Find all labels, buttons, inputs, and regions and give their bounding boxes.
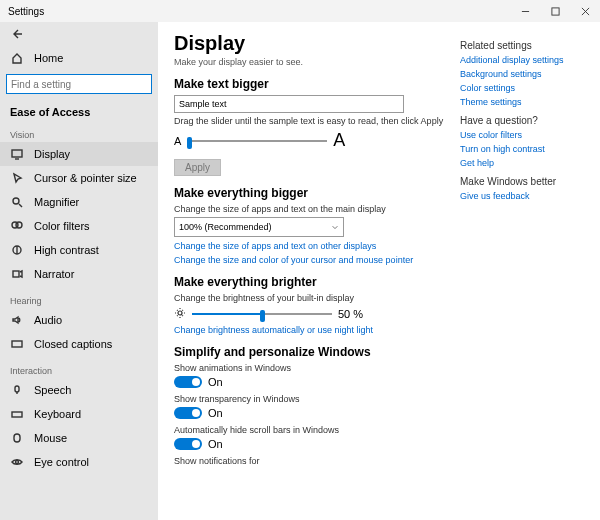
- back-icon: [10, 28, 24, 40]
- sidebar-item-eyecontrol[interactable]: Eye control: [0, 450, 158, 474]
- text-size-slider[interactable]: [187, 134, 327, 148]
- sidebar-item-closedcaptions[interactable]: Closed captions: [0, 332, 158, 356]
- anim-label: Show animations in Windows: [174, 363, 446, 373]
- other-displays-link[interactable]: Change the size of apps and text on othe…: [174, 241, 446, 251]
- sidebar-item-mouse[interactable]: Mouse: [0, 426, 158, 450]
- sidebar-item-colorfilters[interactable]: Color filters: [0, 214, 158, 238]
- svg-rect-7: [12, 341, 22, 347]
- page-subtitle: Make your display easier to see.: [174, 57, 446, 67]
- closedcaptions-icon: [10, 338, 24, 350]
- sun-icon: [174, 307, 186, 321]
- narrator-icon: [10, 268, 24, 280]
- sidebar-item-speech[interactable]: Speech: [0, 378, 158, 402]
- sidebar-item-keyboard[interactable]: Keyboard: [0, 402, 158, 426]
- apply-button[interactable]: Apply: [174, 159, 221, 176]
- evbigger-heading: Make everything bigger: [174, 186, 446, 200]
- minimize-button[interactable]: [510, 0, 540, 22]
- display-icon: [10, 148, 24, 160]
- search-input[interactable]: [6, 74, 152, 94]
- sample-text-input[interactable]: [174, 95, 404, 113]
- notif-label: Show notifications for: [174, 456, 446, 466]
- maximize-button[interactable]: [540, 0, 570, 22]
- home-label: Home: [34, 52, 63, 64]
- textbigger-hint: Drag the slider until the sample text is…: [174, 116, 446, 126]
- keyboard-icon: [10, 408, 24, 420]
- svg-point-4: [16, 222, 22, 228]
- related-link[interactable]: Additional display settings: [460, 55, 590, 65]
- cursor-icon: [10, 172, 24, 184]
- small-a-label: A: [174, 135, 181, 147]
- big-a-label: A: [333, 130, 345, 151]
- trans-toggle[interactable]: [174, 407, 202, 419]
- scroll-label: Automatically hide scroll bars in Window…: [174, 425, 446, 435]
- anim-toggle[interactable]: [174, 376, 202, 388]
- sidebar-item-highcontrast[interactable]: High contrast: [0, 238, 158, 262]
- page-title: Display: [174, 32, 446, 55]
- svg-rect-1: [12, 150, 22, 157]
- eye-icon: [10, 456, 24, 468]
- back-button[interactable]: [0, 22, 158, 46]
- sidebar-item-display[interactable]: Display: [0, 142, 158, 166]
- content-pane: Display Make your display easier to see.…: [158, 22, 460, 520]
- related-link[interactable]: Theme settings: [460, 97, 590, 107]
- sidebar-item-audio[interactable]: Audio: [0, 308, 158, 332]
- svg-rect-8: [15, 386, 19, 392]
- group-interaction: Interaction: [0, 356, 158, 378]
- trans-label: Show transparency in Windows: [174, 394, 446, 404]
- better-header: Make Windows better: [460, 176, 590, 187]
- nightlight-link[interactable]: Change brightness automatically or use n…: [174, 325, 446, 335]
- evbigger-hint: Change the size of apps and text on the …: [174, 204, 446, 214]
- titlebar: Settings: [0, 0, 600, 22]
- chevron-down-icon: [331, 223, 339, 231]
- category-label: Ease of Access: [0, 100, 158, 120]
- sidebar: Home Ease of Access Vision Display Curso…: [0, 22, 158, 520]
- svg-point-2: [13, 198, 19, 204]
- group-vision: Vision: [0, 120, 158, 142]
- simplify-heading: Simplify and personalize Windows: [174, 345, 446, 359]
- svg-rect-6: [13, 271, 19, 277]
- brightness-slider[interactable]: [192, 307, 332, 321]
- question-link[interactable]: Use color filters: [460, 130, 590, 140]
- group-hearing: Hearing: [0, 286, 158, 308]
- brightness-value: 50 %: [338, 308, 363, 320]
- sidebar-item-magnifier[interactable]: Magnifier: [0, 190, 158, 214]
- brighter-hint: Change the brightness of your built-in d…: [174, 293, 446, 303]
- window-title: Settings: [0, 6, 44, 17]
- svg-point-11: [16, 461, 19, 464]
- audio-icon: [10, 314, 24, 326]
- sidebar-item-narrator[interactable]: Narrator: [0, 262, 158, 286]
- close-button[interactable]: [570, 0, 600, 22]
- search-box[interactable]: [6, 74, 152, 94]
- cursor-link[interactable]: Change the size and color of your cursor…: [174, 255, 446, 265]
- related-header: Related settings: [460, 40, 590, 51]
- speech-icon: [10, 384, 24, 396]
- related-link[interactable]: Color settings: [460, 83, 590, 93]
- home-nav[interactable]: Home: [0, 46, 158, 70]
- svg-point-12: [178, 311, 182, 315]
- textbigger-heading: Make text bigger: [174, 77, 446, 91]
- mouse-icon: [10, 432, 24, 444]
- sidebar-item-cursor[interactable]: Cursor & pointer size: [0, 166, 158, 190]
- svg-rect-9: [12, 412, 22, 417]
- colorfilters-icon: [10, 220, 24, 232]
- feedback-link[interactable]: Give us feedback: [460, 191, 590, 201]
- scale-combobox[interactable]: 100% (Recommended): [174, 217, 344, 237]
- svg-rect-10: [14, 434, 20, 442]
- related-link[interactable]: Background settings: [460, 69, 590, 79]
- question-link[interactable]: Turn on high contrast: [460, 144, 590, 154]
- question-link[interactable]: Get help: [460, 158, 590, 168]
- highcontrast-icon: [10, 244, 24, 256]
- right-pane: Related settings Additional display sett…: [460, 22, 600, 520]
- home-icon: [10, 52, 24, 64]
- question-header: Have a question?: [460, 115, 590, 126]
- magnifier-icon: [10, 196, 24, 208]
- svg-rect-0: [551, 7, 558, 14]
- scroll-toggle[interactable]: [174, 438, 202, 450]
- brighter-heading: Make everything brighter: [174, 275, 446, 289]
